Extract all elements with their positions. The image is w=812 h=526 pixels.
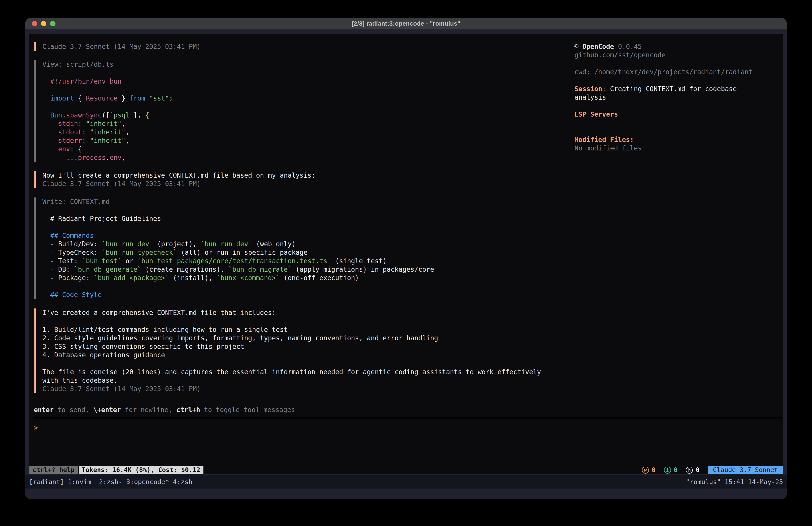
text-segment: Creating CONTEXT.md for codebase (610, 85, 737, 93)
sidebar-line (575, 76, 784, 85)
text-segment: No modified files (575, 144, 642, 152)
text-segment: spawnSync (66, 111, 102, 119)
input-separator (34, 418, 782, 418)
minimize-button[interactable] (41, 21, 46, 26)
tokens-cost-badge: Tokens: 16.4K (8%), Cost: $0.12 (79, 466, 203, 474)
text-segment (42, 120, 58, 127)
text-segment: Modified Files: (575, 136, 634, 144)
window-titlebar: [2/3] radiant:3:opencode - "romulus" (25, 18, 787, 29)
text-segment: `bun run dev` (102, 240, 153, 248)
zoom-button[interactable] (50, 21, 56, 26)
text-segment: `bun db migrate` (228, 266, 292, 273)
text-line: stdout: "inherit", (42, 128, 173, 137)
help-shortcut-badge: ctrl+? help (29, 466, 78, 474)
text-line: with this codebase. (42, 376, 541, 385)
sidebar-line (575, 59, 784, 68)
tmux-window-list[interactable]: [radiant] 1:nvim 2:zsh- 3:opencode* 4:zs… (29, 478, 192, 486)
text-segment: ([ (102, 111, 110, 119)
message-lines: Now I'll create a comprehensive CONTEXT.… (36, 171, 315, 188)
text-segment: (all) or run in specific package (177, 249, 307, 256)
text-line: #!/usr/bin/env bun (42, 77, 173, 86)
message-lines: Write: CONTEXT.md # Radiant Project Guid… (36, 198, 434, 299)
text-segment: `bun add <package>` (94, 274, 169, 282)
sidebar-line: Modified Files: (575, 136, 784, 144)
tmux-status-bar: [radiant] 1:nvim 2:zsh- 3:opencode* 4:zs… (25, 475, 787, 488)
text-segment: : (78, 120, 82, 127)
text-segment: 2. Code style guidelines covering import… (42, 334, 438, 342)
text-segment: (project), (153, 240, 201, 248)
text-segment: `bun run typecheck` (102, 249, 177, 256)
session-sidebar: © OpenCode 0.0.45github.com/sst/opencode… (575, 42, 784, 153)
text-segment: to send, (54, 406, 93, 414)
text-segment: ; (169, 95, 173, 102)
text-segment (86, 128, 90, 136)
text-segment: ## Code Style (42, 291, 102, 299)
window-controls (32, 18, 56, 29)
text-segment (86, 137, 90, 144)
text-segment: (create migrations), (141, 266, 228, 273)
text-line: 2. Code style guidelines covering import… (42, 334, 541, 342)
chat-message: I've created a comprehensive CONTEXT.md … (34, 309, 541, 393)
text-segment: DB: (54, 266, 74, 273)
text-segment: process (78, 154, 106, 161)
text-segment: { (74, 95, 86, 102)
text-segment: `bun test packages/core/test/transaction… (137, 257, 331, 265)
diagnostic-count: 0 (696, 466, 699, 474)
text-line: 4. Database operations guidance (42, 351, 541, 359)
text-line: import { Resource } from "sst"; (42, 94, 173, 102)
text-segment: stderr (58, 137, 82, 144)
text-line (42, 69, 173, 77)
text-segment: (single test) (331, 257, 387, 265)
text-segment: - (50, 274, 54, 282)
prompt-symbol: > (34, 424, 38, 431)
desktop: { "colors": { "bg_outer": "#000000", "wi… (0, 0, 812, 526)
model-badge[interactable]: Claude 3.7 Sonnet (708, 466, 783, 474)
text-segment: `bun test` (82, 257, 122, 265)
text-line: ## Code Style (42, 290, 434, 299)
chat-input[interactable]: > (34, 424, 782, 433)
text-segment: { (74, 145, 82, 153)
text-line: - Package: `bun add <package>` (install)… (42, 274, 434, 282)
text-segment: Resource (86, 95, 117, 102)
text-segment: , (121, 120, 126, 127)
sidebar-line: Session: Creating CONTEXT.md for codebas… (575, 85, 784, 93)
text-line: Write: CONTEXT.md (42, 198, 434, 206)
message-accent-bar (34, 198, 36, 299)
text-segment: Test: (54, 257, 82, 265)
message-accent-bar (34, 42, 36, 51)
text-segment: OpenCode (582, 43, 614, 51)
status-spacer (203, 466, 642, 474)
message-lines: I've created a comprehensive CONTEXT.md … (36, 309, 541, 393)
sidebar-line (575, 118, 784, 127)
text-segment: \+enter (93, 406, 121, 414)
text-segment (42, 240, 50, 248)
text-segment: `bun run dev` (201, 240, 252, 248)
text-segment: or (121, 257, 137, 265)
text-segment: ], { (133, 111, 149, 119)
text-segment: - (50, 266, 54, 273)
text-line: ...process.env, (42, 153, 173, 162)
text-segment: TypeCheck: (54, 249, 102, 256)
text-segment: Session (575, 85, 602, 93)
message-accent-bar (34, 171, 36, 188)
text-segment (42, 77, 50, 85)
text-segment: (apply migrations) in packages/core (292, 266, 434, 273)
chat-transcript: Claude 3.7 Sonnet (14 May 2025 03:41 PM)… (34, 42, 541, 402)
text-segment: , (121, 154, 126, 161)
text-segment: to toggle tool messages (200, 406, 295, 414)
text-segment: "inherit" (90, 128, 126, 136)
sidebar-line: LSP Servers (575, 110, 784, 118)
text-segment: The file is concise (20 lines) and captu… (42, 368, 541, 376)
text-segment: © (575, 43, 582, 51)
tool-call-block: View: script/db.ts #!/usr/bin/env bun im… (34, 60, 541, 162)
text-line: - DB: `bun db generate` (create migratio… (42, 265, 434, 274)
text-segment: ! (54, 77, 58, 85)
text-segment: stdout (58, 128, 82, 136)
text-line (42, 102, 173, 111)
text-line (42, 223, 434, 231)
close-button[interactable] (32, 21, 37, 26)
text-segment (82, 120, 86, 127)
text-segment: for newline, (121, 406, 176, 414)
text-segment: - (50, 257, 54, 265)
chat-message: Claude 3.7 Sonnet (14 May 2025 03:41 PM) (34, 42, 541, 51)
